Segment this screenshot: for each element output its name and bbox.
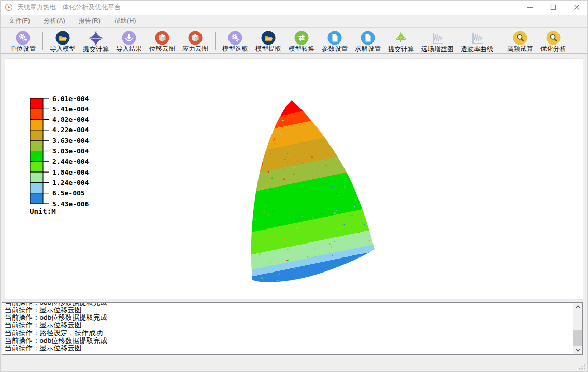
magnifier-icon — [546, 31, 561, 45]
toolbar-label: 高频试算 — [507, 45, 533, 52]
log-line: 当前操作：odb位移数据提取完成 — [5, 314, 571, 322]
toolbar-button-import-model[interactable]: 导入模型 — [46, 30, 79, 53]
toolbar-button-model-select[interactable]: 模型选取 — [219, 30, 252, 53]
window-title: 天线罩力热电一体化分析及优化平台 — [17, 3, 121, 12]
toolbar-label: 导入模型 — [50, 45, 76, 52]
toolbar-button-stress-contour[interactable]: 应力云图 — [179, 30, 212, 53]
toolbar-button-displacement-contour[interactable]: 位移云图 — [146, 30, 179, 53]
toolbar-label: 远场增益图 — [421, 46, 454, 53]
log-line: 当前操作：odb位移数据提取完成 — [5, 302, 571, 307]
diamond-icon — [88, 31, 104, 46]
toolbar-button-model-convert[interactable]: 模型转换 — [285, 30, 318, 53]
svg-text:5.43e-006: 5.43e-006 — [52, 200, 89, 208]
toolbar-label: 单位设置 — [10, 45, 36, 52]
document-icon — [361, 31, 375, 45]
waveform-icon — [429, 31, 445, 46]
toolbar-separator — [573, 32, 573, 50]
close-icon — [573, 4, 580, 10]
toolbar-button-optimize-analysis[interactable]: 优化分析 — [537, 30, 570, 53]
contour-scene: 6.01e-004 5.41e-004 4.82e-004 4.22e-004 … — [5, 59, 583, 299]
toolbar-label: 应力云图 — [182, 45, 208, 52]
svg-text:1.84e-004: 1.84e-004 — [52, 168, 89, 176]
toolbar-button-farfield-gain[interactable]: 远场增益图 — [418, 30, 457, 53]
magnifier-icon — [513, 31, 527, 45]
log-scrollbar[interactable] — [573, 303, 582, 354]
waveform-icon — [469, 31, 485, 46]
toolbar-label: 模型转换 — [289, 45, 314, 52]
toolbar-button-import-results[interactable]: 导入结果 — [112, 30, 146, 53]
toolbar-label: 模型选取 — [222, 45, 248, 52]
scrollbar-thumb[interactable] — [573, 330, 582, 346]
legend-unit-label: Unit:M — [30, 207, 56, 216]
title-bar: 天线罩力热电一体化分析及优化平台 — [0, 0, 588, 15]
tree-icon — [393, 31, 409, 46]
log-line: 当前操作：路径设定，操作成功 — [5, 330, 571, 337]
cube-icon — [188, 31, 203, 45]
toolbar-button-model-extract[interactable]: 模型提取 — [252, 30, 285, 53]
svg-text:6.01e-004: 6.01e-004 — [52, 95, 89, 103]
toolbar-button-hf-trial[interactable]: 高频试算 — [504, 30, 537, 53]
toolbar-label: 透波率曲线 — [461, 46, 494, 53]
toolbar-label: 求解设置 — [355, 45, 381, 52]
cube-icon — [155, 31, 169, 45]
contour-cone-model — [251, 100, 378, 283]
log-lines: 当前操作：odb位移数据提取完成 当前操作：显示位移云图 当前操作：odb位移数… — [5, 302, 571, 352]
toolbar-button-unit-settings[interactable]: 单位设置 — [6, 30, 39, 53]
toolbar: 单位设置 导入模型 提交计算 导入结果 — [0, 28, 588, 54]
scrollbar-up-button[interactable] — [573, 303, 582, 311]
svg-text:1.24e-004: 1.24e-004 — [52, 179, 89, 187]
log-line: 当前操作：odb位移数据提取完成 — [5, 337, 571, 345]
toolbar-separator — [215, 32, 216, 50]
toolbar-label: 模型提取 — [255, 45, 281, 52]
toolbar-button-parameter-settings[interactable]: 参数设置 — [318, 30, 351, 53]
toolbar-label: 导入结果 — [116, 45, 142, 52]
sync-icon — [294, 31, 309, 45]
close-button[interactable] — [565, 0, 588, 15]
log-line: 当前操作：显示位移云图 — [5, 345, 571, 352]
svg-text:3.63e-004: 3.63e-004 — [52, 137, 89, 145]
chevron-down-icon — [576, 349, 580, 352]
log-line: 当前操作：显示位移云图 — [5, 307, 571, 314]
minimize-icon — [527, 4, 533, 10]
svg-text:3.03e-004: 3.03e-004 — [52, 147, 89, 155]
menu-file[interactable]: 文件(F) — [2, 17, 37, 25]
svg-text:4.22e-004: 4.22e-004 — [52, 126, 89, 134]
maximize-button[interactable] — [541, 0, 565, 15]
legend-ticks — [43, 98, 49, 204]
viewport-3d[interactable]: 6.01e-004 5.41e-004 4.82e-004 4.22e-004 … — [5, 59, 583, 299]
scrollbar-down-button[interactable] — [573, 346, 582, 354]
document-icon — [327, 31, 342, 45]
svg-text:2.44e-004: 2.44e-004 — [52, 158, 89, 165]
toolbar-label: 位移云图 — [149, 45, 175, 52]
log-line: 当前操作：显示位移云图 — [5, 322, 571, 330]
log-panel[interactable]: 当前操作：odb位移数据提取完成 当前操作：显示位移云图 当前操作：odb位移数… — [2, 302, 583, 355]
window-controls — [518, 0, 588, 15]
menu-bar: 文件(F) 分析(A) 报告(R) 帮助(H) — [0, 15, 588, 28]
toolbar-label: 提交计算 — [83, 46, 109, 53]
toolbar-label: 参数设置 — [322, 45, 348, 52]
maximize-icon — [550, 4, 556, 10]
chevron-up-icon — [576, 305, 580, 308]
legend-tick-labels: 6.01e-004 5.41e-004 4.82e-004 4.22e-004 … — [52, 95, 89, 208]
app-icon — [5, 3, 13, 11]
folder-icon — [55, 31, 70, 45]
menu-analysis[interactable]: 分析(A) — [37, 17, 72, 25]
legend-colorbar: 6.01e-004 5.41e-004 4.82e-004 4.22e-004 … — [30, 95, 89, 216]
toolbar-label: 提交计算 — [388, 46, 414, 53]
toolbar-separator — [500, 32, 500, 50]
toolbar-button-submit-compute-2[interactable]: 提交计算 — [384, 30, 418, 53]
menu-help[interactable]: 帮助(H) — [107, 17, 142, 25]
gears-icon — [228, 31, 242, 45]
toolbar-button-transmittance-curve[interactable]: 透波率曲线 — [457, 30, 497, 53]
menu-report[interactable]: 报告(R) — [72, 17, 107, 25]
download-icon — [122, 31, 136, 45]
toolbar-button-submit-compute-1[interactable]: 提交计算 — [79, 30, 112, 53]
toolbar-button-solver-settings[interactable]: 求解设置 — [351, 30, 384, 53]
svg-text:4.82e-004: 4.82e-004 — [52, 116, 89, 123]
minimize-button[interactable] — [518, 0, 541, 15]
toolbar-label: 优化分析 — [540, 45, 566, 52]
gears-icon — [16, 31, 30, 45]
folder-icon — [261, 31, 276, 45]
resize-grip[interactable] — [579, 363, 585, 370]
toolbar-separator — [42, 32, 43, 50]
